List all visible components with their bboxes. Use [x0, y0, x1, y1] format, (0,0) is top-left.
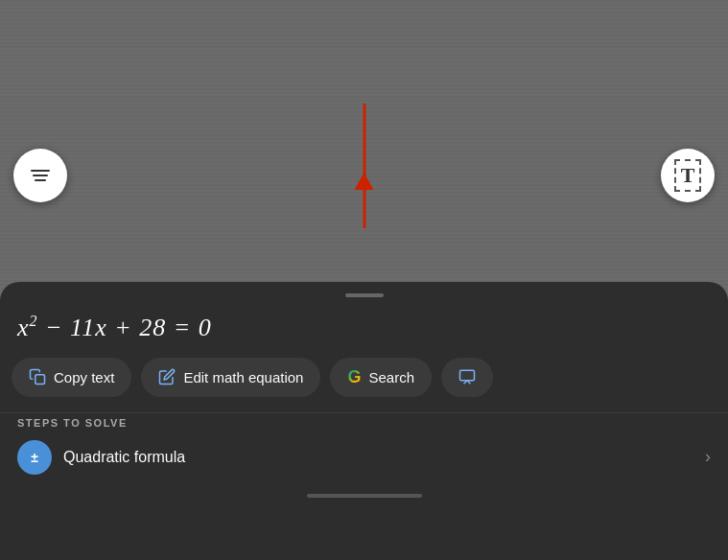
- chevron-right-icon: ›: [705, 447, 711, 467]
- arrow-shaft: [363, 104, 365, 228]
- quadratic-formula-icon: ±: [17, 440, 52, 475]
- edit-math-label: Edit math equation: [183, 369, 303, 385]
- copy-text-button[interactable]: Copy text: [12, 358, 131, 397]
- actions-row: Copy text Edit math equation G Search: [0, 358, 728, 412]
- bottom-sheet: x2 − 11x + 28 = 0 Copy text Edit math eq…: [0, 282, 728, 560]
- copy-screen-icon: [458, 368, 476, 385]
- equation-area: x2 − 11x + 28 = 0: [0, 305, 728, 358]
- drag-handle[interactable]: [345, 293, 384, 297]
- text-recognition-button[interactable]: T: [661, 149, 715, 202]
- arrow-head-icon: [355, 173, 374, 190]
- google-icon: G: [347, 367, 361, 387]
- steps-title: STEPS TO SOLVE: [17, 417, 711, 429]
- more-button[interactable]: [441, 358, 493, 397]
- steps-item[interactable]: ± Quadratic formula ›: [17, 440, 711, 475]
- svg-rect-1: [460, 370, 475, 381]
- svg-rect-0: [35, 375, 45, 385]
- filter-button[interactable]: [13, 149, 67, 202]
- steps-section: STEPS TO SOLVE ± Quadratic formula ›: [0, 412, 728, 486]
- text-recognition-icon: T: [674, 159, 702, 192]
- equation-display: x2 − 11x + 28 = 0: [17, 313, 711, 342]
- copy-text-label: Copy text: [54, 369, 114, 385]
- search-button[interactable]: G Search: [330, 358, 432, 397]
- edit-math-button[interactable]: Edit math equation: [141, 358, 320, 397]
- search-label: Search: [368, 369, 414, 385]
- arrow-indicator: [363, 86, 365, 228]
- filter-icon: [31, 170, 50, 181]
- pencil-icon: [158, 368, 176, 385]
- bottom-divider: [307, 494, 422, 498]
- quadratic-formula-label: Quadratic formula: [63, 449, 185, 466]
- copy-icon: [29, 368, 46, 385]
